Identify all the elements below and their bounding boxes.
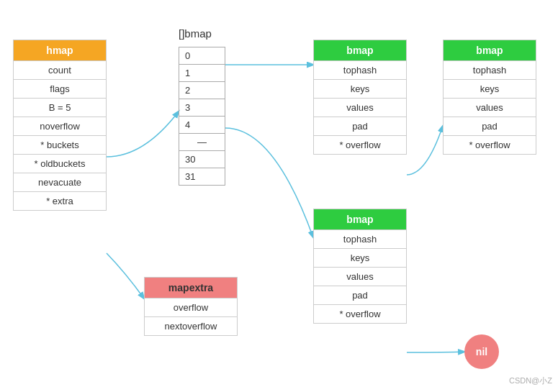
bmap3-header: bmap (314, 209, 406, 229)
array-row-31: 31 (179, 168, 225, 185)
bmap3-row-pad: pad (314, 286, 406, 304)
bmap1-box: bmap tophash keys values pad * overflow (313, 40, 407, 155)
array-row-dots: — (179, 134, 225, 151)
hmap-row-noverflow: noverflow (14, 117, 106, 135)
bmap3-row-keys: keys (314, 248, 406, 267)
bmap2-box: bmap tophash keys values pad * overflow (443, 40, 536, 155)
bmap2-row-pad: pad (444, 117, 536, 135)
array-row-1: 1 (179, 65, 225, 82)
array-row-4: 4 (179, 117, 225, 134)
diagram: []bmap hmap count flags B = 5 noverflow … (0, 0, 558, 392)
mapextra-box: mapextra overflow nextoverflow (144, 277, 238, 336)
bmap3-row-overflow: * overflow (314, 304, 406, 323)
bmap1-row-tophash: tophash (314, 60, 406, 79)
bmap2-header: bmap (444, 40, 536, 60)
nil-circle: nil (464, 334, 499, 369)
hmap-row-oldbuckets: * oldbuckets (14, 154, 106, 173)
bmap2-row-overflow: * overflow (444, 135, 536, 154)
hmap-row-extra: * extra (14, 191, 106, 210)
hmap-row-nevacuate: nevacuate (14, 173, 106, 191)
array-row-2: 2 (179, 82, 225, 99)
hmap-header: hmap (14, 40, 106, 60)
bmap3-box: bmap tophash keys values pad * overflow (313, 209, 407, 324)
mapextra-row-nextoverflow: nextoverflow (145, 316, 237, 335)
bmap2-row-tophash: tophash (444, 60, 536, 79)
bmap3-row-values: values (314, 267, 406, 286)
array-label: []bmap (179, 27, 212, 40)
hmap-row-count: count (14, 60, 106, 79)
bmap2-row-keys: keys (444, 79, 536, 98)
bmap1-row-values: values (314, 98, 406, 117)
hmap-row-flags: flags (14, 79, 106, 98)
bmap1-row-keys: keys (314, 79, 406, 98)
array-row-3: 3 (179, 99, 225, 117)
watermark: CSDN@小Z (509, 375, 552, 386)
hmap-row-b: B = 5 (14, 98, 106, 117)
bmap3-row-tophash: tophash (314, 229, 406, 248)
bmap1-header: bmap (314, 40, 406, 60)
bmap1-row-overflow: * overflow (314, 135, 406, 154)
bmap2-row-values: values (444, 98, 536, 117)
bmap1-row-pad: pad (314, 117, 406, 135)
mapextra-row-overflow: overflow (145, 298, 237, 316)
array-row-0: 0 (179, 47, 225, 65)
array-box: 0 1 2 3 4 — 30 31 (179, 47, 225, 186)
mapextra-header: mapextra (145, 278, 237, 298)
hmap-row-buckets: * buckets (14, 135, 106, 154)
hmap-box: hmap count flags B = 5 noverflow * bucke… (13, 40, 107, 211)
array-row-30: 30 (179, 151, 225, 168)
